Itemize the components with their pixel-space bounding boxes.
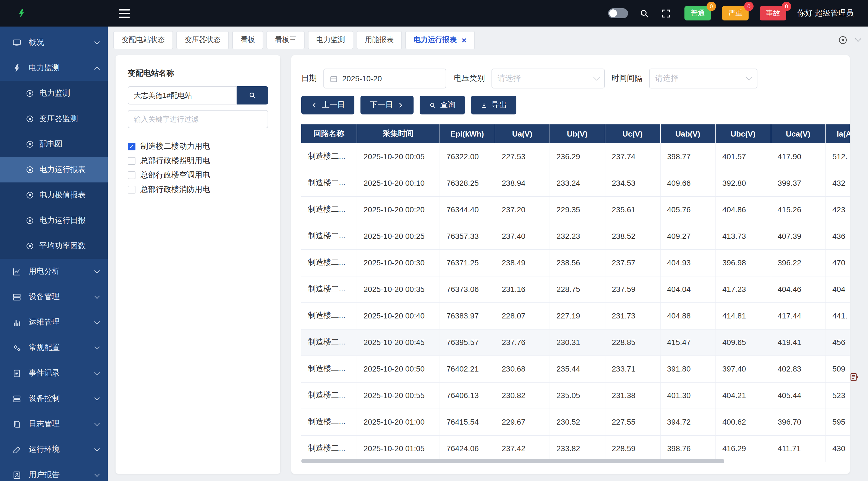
sidebar-item-设备管理[interactable]: 设备管理: [0, 284, 108, 310]
sidebar-subitem-配电图[interactable]: 配电图: [0, 131, 108, 157]
table-row[interactable]: 制造楼二...2025-10-20 00:3576373.06231.16228…: [301, 276, 850, 302]
sidebar-item-日志管理[interactable]: 日志管理: [0, 411, 108, 437]
table-cell: 2025-10-20 00:25: [356, 223, 439, 249]
filters-row: 日期 2025-10-20 电压类别 请选择 时间间隔 请选择: [301, 68, 850, 88]
side-log-panel-icon[interactable]: [849, 371, 859, 383]
table-cell: 制造楼二...: [301, 223, 356, 249]
table-row[interactable]: 制造楼二...2025-10-20 00:2576357.33237.40232…: [301, 223, 850, 249]
tab-看板[interactable]: 看板: [232, 31, 263, 49]
sidebar-item-电力监测[interactable]: 电力监测: [0, 55, 108, 81]
overview-icon: [12, 38, 22, 47]
keyword-filter-input[interactable]: [128, 110, 268, 128]
top-bar: 普通0严重0事故0 你好 超级管理员: [0, 0, 868, 27]
sidebar-item-事件记录[interactable]: 事件记录: [0, 360, 108, 386]
tab-变配电站状态[interactable]: 变配电站状态: [113, 31, 173, 49]
table-row[interactable]: 制造楼二...2025-10-20 00:4576395.57237.76230…: [301, 329, 850, 356]
table-cell: 409.27: [660, 223, 715, 249]
tab-看板三[interactable]: 看板三: [267, 31, 305, 49]
sidebar-subitem-平均功率因数[interactable]: 平均功率因数: [0, 233, 108, 259]
table-cell: 2025-10-20 01:00: [356, 409, 439, 435]
chevron-down-icon: [94, 395, 100, 400]
tab-变压器状态[interactable]: 变压器状态: [176, 31, 229, 49]
menu-toggle-button[interactable]: [119, 9, 130, 18]
alarm-button-事故[interactable]: 事故0: [760, 6, 786, 21]
table-cell: 2025-10-20 00:10: [356, 170, 439, 196]
column-header: Ia(A): [826, 124, 850, 143]
logo-bolt-icon: [17, 8, 27, 18]
table-row[interactable]: 制造楼二...2025-10-20 00:2076344.40237.20229…: [301, 196, 850, 223]
table-cell: 398.76: [660, 435, 715, 462]
table-row[interactable]: 制造楼二...2025-10-20 00:3076371.25238.49238…: [301, 249, 850, 276]
fullscreen-icon[interactable]: [661, 8, 671, 19]
prev-day-button[interactable]: 上一日: [301, 96, 354, 115]
sidebar-item-常规配置[interactable]: 常规配置: [0, 335, 108, 360]
sidebar-item-用户报告[interactable]: 用户报告: [0, 462, 108, 481]
export-button[interactable]: 导出: [471, 96, 516, 115]
table-cell: 237.57: [605, 249, 660, 276]
sidebar-subitem-电力极值报表[interactable]: 电力极值报表: [0, 182, 108, 208]
close-all-tabs-icon[interactable]: [838, 35, 847, 44]
table-row[interactable]: 制造楼二...2025-10-20 00:0576322.00227.53236…: [301, 143, 850, 170]
sidebar-subitem-电力监测[interactable]: 电力监测: [0, 81, 108, 106]
tab-电力监测[interactable]: 电力监测: [308, 31, 353, 49]
station-search-button[interactable]: [237, 86, 268, 104]
voltage-select[interactable]: 请选择: [492, 68, 605, 88]
sidebar-item-用电分析[interactable]: 用电分析: [0, 259, 108, 284]
voltage-label: 电压类别: [454, 73, 485, 84]
search-icon[interactable]: [639, 8, 650, 19]
sidebar-item-运维管理[interactable]: 运维管理: [0, 310, 108, 335]
query-button[interactable]: 查询: [420, 96, 465, 115]
interval-label: 时间间隔: [612, 73, 643, 84]
table-cell: 230.68: [495, 356, 550, 382]
checkbox-icon[interactable]: [128, 171, 135, 179]
station-search-input[interactable]: [128, 86, 237, 104]
chevron-right-icon: [397, 101, 404, 109]
interval-select[interactable]: 请选择: [649, 68, 757, 88]
table-cell: 401.30: [660, 382, 715, 409]
alarm-button-普通[interactable]: 普通0: [684, 6, 711, 21]
tab-menu-chevron-down-icon[interactable]: [855, 36, 861, 42]
table-cell: 423: [826, 196, 850, 223]
sidebar-subitem-电力运行日报[interactable]: 电力运行日报: [0, 208, 108, 233]
table-cell: 2025-10-20 00:50: [356, 356, 439, 382]
date-value: 2025-10-20: [342, 74, 382, 83]
station-checkbox-row[interactable]: 总部行政楼消防用电: [128, 182, 268, 197]
station-checkbox-row[interactable]: 总部行政楼空调用电: [128, 168, 268, 182]
checkbox-icon[interactable]: [128, 157, 135, 165]
table-row[interactable]: 制造楼二...2025-10-20 00:5576406.13230.82235…: [301, 382, 850, 409]
alarm-button-严重[interactable]: 严重0: [722, 6, 749, 21]
sidebar-item-概况[interactable]: 概况: [0, 30, 108, 55]
tab-电力运行报表[interactable]: 电力运行报表×: [405, 31, 475, 49]
table-cell: 470: [826, 249, 850, 276]
table-row[interactable]: 制造楼二...2025-10-20 01:0076415.54229.67230…: [301, 409, 850, 435]
station-checkbox-row[interactable]: ✓制造楼二楼动力用电: [128, 139, 268, 154]
table-row[interactable]: 制造楼二...2025-10-20 00:5076402.21230.68235…: [301, 356, 850, 382]
checkbox-icon[interactable]: ✓: [128, 143, 135, 150]
table-cell: 230.82: [495, 382, 550, 409]
station-checkbox-row[interactable]: 总部行政楼照明用电: [128, 154, 268, 168]
user-greeting[interactable]: 你好 超级管理员: [797, 8, 854, 18]
sidebar-subitem-变压器监测[interactable]: 变压器监测: [0, 106, 108, 131]
table-cell: 制造楼二...: [301, 382, 356, 409]
sidebar-item-运行环境[interactable]: 运行环境: [0, 437, 108, 462]
table-head-row: 回路名称采集时间Epi(kWh)Ua(V)Ub(V)Uc(V)Uab(V)Ubc…: [301, 124, 850, 143]
chevron-left-icon: [311, 101, 318, 109]
next-day-button[interactable]: 下一日: [361, 96, 413, 115]
sidebar-subitem-电力运行报表[interactable]: 电力运行报表: [0, 157, 108, 182]
table-cell: 401.57: [715, 143, 771, 170]
table-cell: 416.29: [715, 435, 771, 462]
radio-dot-icon: [27, 243, 33, 249]
tab-close-icon[interactable]: ×: [462, 36, 467, 44]
theme-toggle[interactable]: [608, 8, 628, 18]
tab-用能报表[interactable]: 用能报表: [356, 31, 402, 49]
sidebar-item-设备控制[interactable]: 设备控制: [0, 386, 108, 411]
table-row[interactable]: 制造楼二...2025-10-20 00:1076328.25238.94233…: [301, 170, 850, 196]
table-cell: 392.80: [715, 170, 771, 196]
table-cell: 391.80: [660, 356, 715, 382]
checkbox-icon[interactable]: [128, 186, 135, 193]
table-row[interactable]: 制造楼二...2025-10-20 01:0576424.06237.42233…: [301, 435, 850, 462]
date-picker[interactable]: 2025-10-20: [323, 68, 446, 88]
table-row[interactable]: 制造楼二...2025-10-20 00:4076383.97228.07227…: [301, 302, 850, 329]
horizontal-scrollbar[interactable]: [301, 459, 724, 463]
column-header: Epi(kWh): [439, 124, 495, 143]
